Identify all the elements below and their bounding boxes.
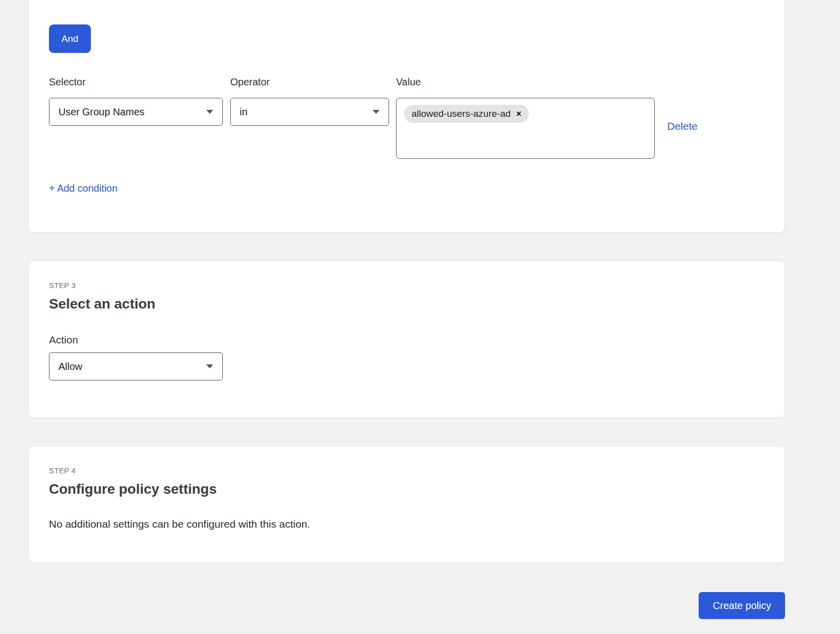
action-field-label: Action bbox=[49, 334, 765, 346]
value-column-label: Value bbox=[396, 76, 655, 88]
step4-note: No additional settings can be configured… bbox=[49, 518, 765, 530]
step4-eyebrow: STEP 4 bbox=[49, 466, 765, 475]
value-tag: allowed-users-azure-ad × bbox=[404, 105, 529, 123]
value-multiselect-input[interactable]: allowed-users-azure-ad × bbox=[396, 98, 655, 159]
step4-title: Configure policy settings bbox=[49, 481, 765, 497]
condition-row: User Group Names in allowed-users-azure-… bbox=[49, 98, 765, 159]
step3-eyebrow: STEP 3 bbox=[49, 281, 765, 290]
value-tag-label: allowed-users-azure-ad bbox=[412, 108, 511, 119]
chevron-down-icon bbox=[206, 110, 213, 114]
chevron-down-icon bbox=[373, 110, 380, 114]
step4-card: STEP 4 Configure policy settings No addi… bbox=[28, 446, 785, 563]
chevron-down-icon bbox=[206, 364, 213, 368]
step3-card: STEP 3 Select an action Action Allow bbox=[28, 261, 785, 418]
step3-title: Select an action bbox=[49, 296, 765, 312]
add-condition-link[interactable]: + Add condition bbox=[49, 183, 117, 194]
selector-dropdown[interactable]: User Group Names bbox=[49, 98, 223, 126]
create-policy-button[interactable]: Create policy bbox=[699, 592, 785, 619]
delete-condition-link[interactable]: Delete bbox=[667, 120, 698, 132]
operator-dropdown[interactable]: in bbox=[230, 98, 389, 126]
conditions-card: And Selector Operator Value User Group N… bbox=[28, 0, 785, 233]
remove-tag-icon[interactable]: × bbox=[516, 109, 522, 118]
condition-column-labels: Selector Operator Value bbox=[49, 76, 765, 88]
operator-dropdown-value: in bbox=[240, 106, 248, 118]
operator-column-label: Operator bbox=[230, 76, 389, 88]
action-dropdown-value: Allow bbox=[58, 361, 82, 372]
selector-dropdown-value: User Group Names bbox=[58, 106, 144, 118]
and-logic-button[interactable]: And bbox=[49, 24, 91, 53]
selector-column-label: Selector bbox=[49, 76, 223, 88]
action-dropdown[interactable]: Allow bbox=[49, 352, 223, 380]
